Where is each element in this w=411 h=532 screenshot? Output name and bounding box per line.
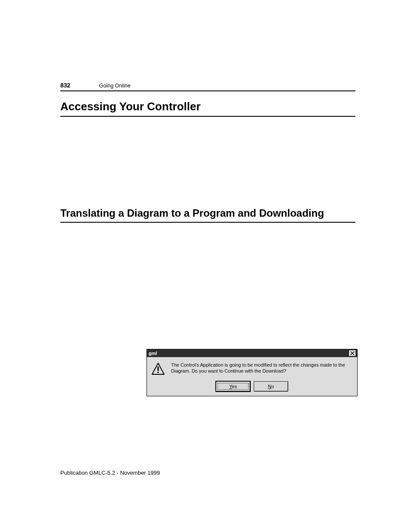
svg-rect-3 [158,367,159,371]
warning-icon [151,362,165,376]
no-button-label: No [268,384,274,389]
dialog-window: gml The Control's Application is going t… [146,349,358,396]
no-button[interactable]: No [254,381,288,392]
chapter-title: Going Online [99,83,131,89]
dialog-message: The Control's Application is going to be… [171,362,353,376]
dialog-title: gml [148,351,157,356]
svg-rect-4 [158,372,159,373]
page-content: 832 Going Online Accessing Your Controll… [60,82,355,223]
yes-button[interactable]: Yes [216,381,250,392]
section-heading-translating: Translating a Diagram to a Program and D… [60,207,355,223]
page-number: 832 [60,82,99,89]
close-icon [350,351,355,355]
running-header: 832 Going Online [60,82,355,91]
publication-footer: Publication GMLC-5.2 - November 1999 [60,470,160,476]
dialog-button-row: Yes No [147,379,357,396]
close-button[interactable] [349,350,356,357]
section-heading-accessing: Accessing Your Controller [60,100,355,117]
yes-button-label: Yes [229,384,237,389]
dialog-body: The Control's Application is going to be… [147,357,357,379]
confirmation-dialog: gml The Control's Application is going t… [146,349,358,396]
dialog-titlebar: gml [147,349,357,357]
